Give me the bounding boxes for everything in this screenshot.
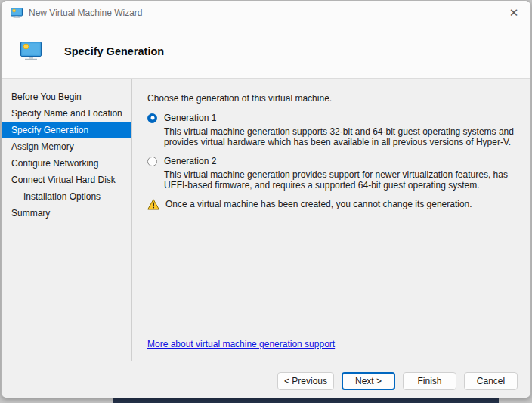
radio-unselected-icon[interactable] (147, 157, 157, 166)
new-vm-wizard-window: New Virtual Machine Wizard ✕ Specify Gen… (1, 0, 531, 398)
app-monitor-icon (11, 8, 23, 18)
footer-button-bar: < Previous Next > Finish Cancel (2, 361, 530, 398)
warning-icon (147, 199, 159, 210)
page-title: Specify Generation (64, 45, 164, 57)
wizard-monitor-icon (20, 42, 43, 61)
instruction-text: Choose the generation of this virtual ma… (147, 93, 531, 104)
generation-1-option[interactable]: Generation 1 (147, 113, 531, 123)
generation-2-option[interactable]: Generation 2 (147, 156, 531, 166)
warning-text: Once a virtual machine has been created,… (165, 199, 472, 209)
generation-2-description: This virtual machine generation provides… (164, 170, 531, 191)
cancel-button[interactable]: Cancel (464, 372, 518, 390)
wizard-body: Before You Begin Specify Name and Locati… (2, 79, 530, 361)
generation-1-description: This virtual machine generation supports… (164, 127, 531, 147)
wizard-header: Specify Generation (2, 25, 530, 79)
sidebar-item-specify-generation[interactable]: Specify Generation (2, 122, 131, 138)
sidebar-item-connect-virtual-hard-disk[interactable]: Connect Virtual Hard Disk (2, 172, 131, 188)
sidebar-item-configure-networking[interactable]: Configure Networking (2, 155, 131, 172)
sidebar-item-before-you-begin[interactable]: Before You Begin (2, 88, 131, 105)
generation-1-label[interactable]: Generation 1 (164, 113, 216, 123)
close-icon[interactable]: ✕ (502, 3, 526, 23)
generation-support-link[interactable]: More about virtual machine generation su… (147, 339, 335, 349)
window-title: New Virtual Machine Wizard (29, 8, 143, 18)
previous-button[interactable]: < Previous (277, 372, 334, 390)
sidebar-item-specify-name-and-location[interactable]: Specify Name and Location (2, 105, 131, 122)
next-button[interactable]: Next > (342, 372, 395, 390)
sidebar-item-assign-memory[interactable]: Assign Memory (2, 138, 131, 155)
titlebar: New Virtual Machine Wizard ✕ (2, 1, 530, 25)
sidebar-item-summary[interactable]: Summary (2, 205, 131, 222)
sidebar-item-installation-options[interactable]: Installation Options (2, 188, 131, 205)
finish-button[interactable]: Finish (403, 372, 456, 390)
radio-selected-icon[interactable] (147, 113, 157, 123)
wizard-steps-sidebar: Before You Begin Specify Name and Locati… (2, 79, 132, 361)
generation-2-label[interactable]: Generation 2 (164, 156, 216, 166)
main-content: Choose the generation of this virtual ma… (132, 79, 531, 361)
generation-warning: Once a virtual machine has been created,… (147, 199, 531, 210)
background-window-strip (113, 398, 499, 403)
